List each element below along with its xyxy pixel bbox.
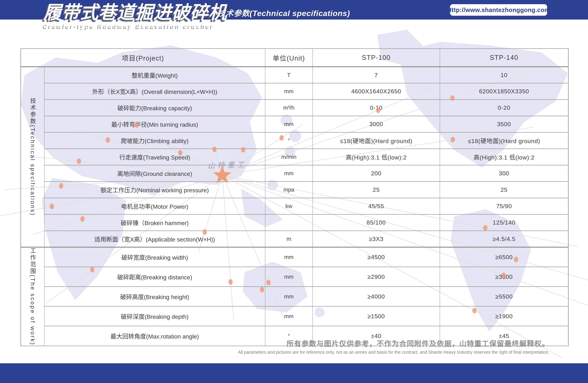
cell-project: 最小转弯半径(Min turning radius): [44, 116, 265, 133]
disclaimer: 所有参数与图片仅供参考，不作为合同附件及依据，山特重工保留最终解释权。 All …: [238, 338, 549, 355]
group-label-scope-of-work: 工作范围(The scope of work): [21, 247, 44, 346]
table-row: 最小转弯半径(Min turning radius)mm30003500: [21, 116, 568, 133]
cell-stp100: 200: [313, 165, 440, 182]
cell-stp140: 125/140: [440, 214, 568, 231]
cell-project: 行走速度(Traveling Speed): [44, 149, 265, 165]
section-label: 技术参数(Technical specifications): [217, 7, 350, 18]
cell-project: 外形（长X宽X高）(Overall dimension(L×W×H)): [44, 83, 265, 100]
cell-stp100: 3000: [313, 116, 440, 133]
cell-project: 破碎深度(Breaking depth): [44, 306, 265, 326]
cell-project: 整机重量(Weight): [44, 67, 265, 83]
cell-stp140: 10: [440, 67, 568, 83]
cell-unit: mm: [265, 116, 313, 133]
cell-unit: mm: [265, 165, 313, 182]
cell-stp140: 25: [440, 182, 568, 198]
cell-unit: °: [265, 133, 313, 149]
cell-unit: mm: [265, 267, 313, 287]
website-url[interactable]: Http://www.shantezhonggong.com: [447, 6, 550, 13]
col-header-stp140: STP-140: [440, 49, 568, 67]
table-row: 破碎距离(Breaking distance)mm≥2900≥3500: [21, 267, 568, 287]
cell-stp140: ≥6500: [440, 247, 568, 267]
cell-unit: m/min: [265, 149, 313, 165]
cell-stp100: ≤18(硬地面)(Hard ground): [313, 133, 440, 149]
cell-stp140: 75/90: [440, 198, 568, 214]
table-row: 适用断面（宽X高）(Applicable section(W×H))m≥3X3≥…: [21, 231, 568, 247]
cell-project: 最大回转角度(Max.rotation angle): [44, 326, 265, 346]
cell-project: 额定工作压力(Nominal working pressure): [44, 182, 265, 198]
cell-stp140: 300: [440, 165, 568, 182]
cell-project: 破碎宽度(Breaking width): [44, 247, 265, 267]
cell-stp100: ≥1500: [313, 306, 440, 326]
cell-stp140: 6200X1850X3350: [440, 83, 568, 100]
cell-stp100: 0-10: [313, 100, 440, 116]
page-title-chinese: 履带式巷道掘进破碎机: [43, 2, 227, 22]
cell-stp100: ≥4500: [313, 247, 440, 267]
page: 山特重工 履带式巷道掘进破碎机 Crawler-type Roadway Exc…: [0, 0, 588, 383]
cell-unit: mm: [265, 306, 313, 326]
cell-stp100: ≥4000: [313, 287, 440, 306]
cell-stp100: 45/55: [313, 198, 440, 214]
cell-project: 破碎距离(Breaking distance): [44, 267, 265, 287]
cell-stp140: ≤18(硬地面)(Hard ground): [440, 133, 568, 149]
cell-stp100: 25: [313, 182, 440, 198]
table-row: 离地间隙(Ground clearance)mm200300: [21, 165, 568, 182]
cell-unit: mpa: [265, 182, 313, 198]
cell-unit: mm: [265, 83, 313, 100]
table-row: 技术参数(Technical specifications)整机重量(Weigh…: [21, 67, 568, 83]
cell-stp100: 4600X1640X2650: [313, 83, 440, 100]
col-header-unit: 单位(Unit): [265, 49, 313, 67]
footer-band: [0, 363, 588, 383]
page-title-english: Crawler-type Roadway Excavation crusher: [43, 23, 227, 29]
table-header-row: 项目(Project) 单位(Unit) STP-100 STP-140: [21, 49, 568, 67]
cell-project: 破碎锤（Broken hammer): [44, 214, 265, 231]
table-row: 爬坡能力(Climbing ability)°≤18(硬地面)(Hard gro…: [21, 133, 568, 149]
cell-stp100: 7: [313, 67, 440, 83]
disclaimer-english: All parameters and pictures are for refe…: [238, 350, 549, 355]
table-row: 外形（长X宽X高）(Overall dimension(L×W×H))mm460…: [21, 83, 568, 100]
cell-stp140: ≥4.5/4.5: [440, 231, 568, 247]
cell-unit: mm: [265, 287, 313, 306]
cell-unit: kw: [265, 198, 313, 214]
table-row: 破碎能力(Breaking capacity)m³/h0-100-20: [21, 100, 568, 116]
cell-stp140: ≥1900: [440, 306, 568, 326]
cell-stp140: ≥5500: [440, 287, 568, 306]
title-block: 履带式巷道掘进破碎机 Crawler-type Roadway Excavati…: [43, 2, 227, 29]
table-row: 破碎深度(Breaking depth)mm≥1500≥1900: [21, 306, 568, 326]
cell-project: 破碎能力(Breaking capacity): [44, 100, 265, 116]
cell-unit: m³/h: [265, 100, 313, 116]
cell-project: 爬坡能力(Climbing ability): [44, 133, 265, 149]
website-pill[interactable]: Http://www.shantezhonggong.com: [450, 4, 547, 16]
table-row: 行走速度(Traveling Speed)m/min高(High):3.1 低(…: [21, 149, 568, 165]
cell-project: 适用断面（宽X高）(Applicable section(W×H)): [44, 231, 265, 247]
table-row: 额定工作压力(Nominal working pressure)mpa2525: [21, 182, 568, 198]
cell-stp100: ≥3X3: [313, 231, 440, 247]
cell-stp140: 高(High):3.1 低(low):2: [440, 149, 568, 165]
table-row: 电机总功率(Motor Power)kw45/5575/90: [21, 198, 568, 214]
cell-unit: [265, 214, 313, 231]
cell-unit: m: [265, 231, 313, 247]
cell-stp140: 0-20: [440, 100, 568, 116]
cell-unit: mm: [265, 247, 313, 267]
table-row: 破碎高度(Breaking height)mm≥4000≥5500: [21, 287, 568, 306]
cell-project: 离地间隙(Ground clearance): [44, 165, 265, 182]
col-header-stp100: STP-100: [313, 49, 440, 67]
table-row: 破碎锤（Broken hammer)85/100125/140: [21, 214, 568, 231]
cell-stp100: 高(High):3.1 低(low):2: [313, 149, 440, 165]
cell-stp100: ≥2900: [313, 267, 440, 287]
group-label-technical-specifications: 技术参数(Technical specifications): [21, 67, 44, 247]
table-row: 工作范围(The scope of work)破碎宽度(Breaking wid…: [21, 247, 568, 267]
col-header-project: 项目(Project): [21, 49, 265, 67]
spec-table: 项目(Project) 单位(Unit) STP-100 STP-140 技术参…: [21, 48, 569, 346]
cell-stp140: 3500: [440, 116, 568, 133]
cell-stp140: ≥3500: [440, 267, 568, 287]
cell-stp100: 85/100: [313, 214, 440, 231]
cell-project: 电机总功率(Motor Power): [44, 198, 265, 214]
cell-unit: T: [265, 67, 313, 83]
disclaimer-chinese: 所有参数与图片仅供参考，不作为合同附件及依据，山特重工保留最终解释权。: [238, 338, 549, 348]
cell-project: 破碎高度(Breaking height): [44, 287, 265, 306]
